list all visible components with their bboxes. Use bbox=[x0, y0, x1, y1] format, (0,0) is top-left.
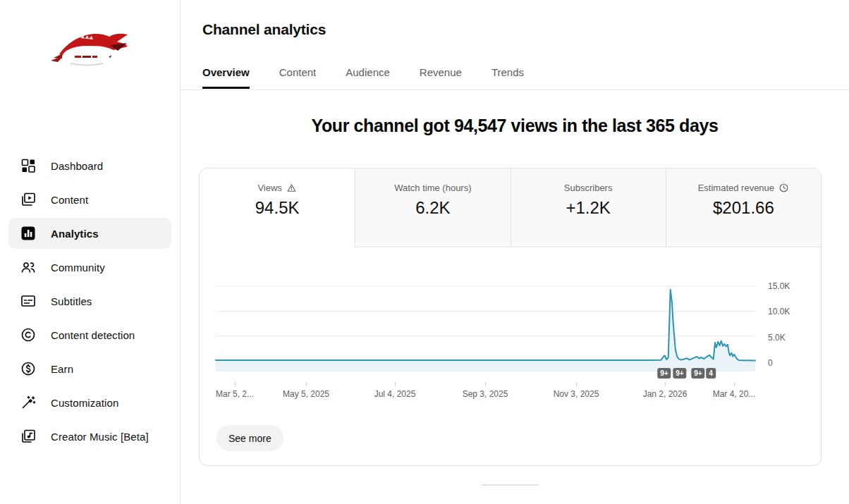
sidebar-item-community[interactable]: Community bbox=[0, 250, 181, 284]
x-tick bbox=[665, 382, 666, 386]
video-marker-badge[interactable]: 4 bbox=[706, 368, 716, 379]
x-tick bbox=[485, 382, 486, 386]
youtube-studio-analytics-page: Dashboard Content Analytics bbox=[0, 0, 849, 504]
dollar-icon bbox=[20, 360, 37, 377]
sidebar-item-subtitles[interactable]: Subtitles bbox=[0, 284, 181, 318]
subtitles-icon bbox=[20, 293, 37, 309]
header-divider bbox=[181, 90, 849, 90]
tab-trends[interactable]: Trends bbox=[491, 66, 524, 89]
x-tick-label: Mar 5, 2... bbox=[216, 389, 254, 399]
y-tick-label: 15.0K bbox=[768, 281, 790, 291]
sidebar-item-label: Dashboard bbox=[51, 160, 103, 172]
x-tick-label: Jan 2, 2026 bbox=[643, 389, 688, 399]
video-marker-badge[interactable]: 9+ bbox=[657, 368, 671, 379]
x-tick bbox=[235, 382, 236, 386]
sidebar-item-customization[interactable]: Customization bbox=[0, 386, 181, 419]
music-note-icon bbox=[20, 428, 37, 445]
next-section-divider bbox=[481, 484, 539, 486]
tab-revenue[interactable]: Revenue bbox=[420, 66, 462, 89]
sidebar-item-label: Content detection bbox=[51, 329, 135, 341]
channel-logo[interactable] bbox=[49, 28, 131, 72]
sidebar: Dashboard Content Analytics bbox=[0, 0, 181, 504]
sidebar-item-dashboard[interactable]: Dashboard bbox=[0, 149, 181, 183]
metric-tab-watch-time[interactable]: Watch time (hours) 6.2K bbox=[355, 168, 510, 247]
sidebar-item-label: Content bbox=[51, 194, 88, 206]
metric-tab-views[interactable]: Views 94.5K bbox=[200, 168, 355, 247]
sidebar-item-label: Customization bbox=[51, 397, 118, 409]
x-tick-label: Jul 4, 2025 bbox=[374, 389, 416, 399]
content-icon bbox=[20, 191, 37, 208]
metric-tab-subscribers[interactable]: Subscribers +1.2K bbox=[511, 168, 666, 247]
tab-overview[interactable]: Overview bbox=[202, 66, 250, 89]
sidebar-item-creator-music[interactable]: Creator Music [Beta] bbox=[0, 419, 181, 453]
clock-icon bbox=[778, 183, 789, 193]
page-title: Channel analytics bbox=[202, 21, 326, 38]
warning-icon bbox=[286, 183, 297, 193]
x-tick bbox=[576, 382, 577, 386]
views-line-chart[interactable] bbox=[216, 276, 755, 371]
sidebar-nav: Dashboard Content Analytics bbox=[0, 149, 181, 453]
x-tick bbox=[395, 382, 396, 386]
copyright-icon bbox=[20, 326, 37, 343]
x-tick-label: May 5, 2025 bbox=[283, 389, 329, 399]
see-more-button[interactable]: See more bbox=[216, 425, 283, 451]
sidebar-item-label: Community bbox=[51, 262, 105, 273]
magic-wand-icon bbox=[20, 394, 37, 411]
tab-content[interactable]: Content bbox=[279, 66, 317, 89]
analytics-icon bbox=[20, 225, 37, 242]
y-tick-label: 5.0K bbox=[768, 333, 786, 343]
video-marker-badge[interactable]: 9+ bbox=[691, 368, 704, 379]
community-icon bbox=[20, 259, 37, 276]
metric-value: +1.2K bbox=[566, 198, 610, 218]
channel-logo-image bbox=[49, 28, 131, 72]
metric-label: Subscribers bbox=[564, 183, 613, 193]
views-summary-headline: Your channel got 94,547 views in the las… bbox=[181, 116, 849, 136]
analytics-tabs: Overview Content Audience Revenue Trends bbox=[202, 66, 524, 89]
y-tick-label: 10.0K bbox=[768, 307, 790, 316]
video-publish-markers: 9+ 9+ 9+ 4 bbox=[216, 368, 755, 382]
analytics-summary-card: Views 94.5K Watch time (hours) 6.2K Subs… bbox=[199, 168, 821, 466]
sidebar-item-content[interactable]: Content bbox=[0, 183, 181, 216]
x-tick bbox=[734, 382, 735, 386]
metric-tab-estimated-revenue[interactable]: Estimated revenue $201.66 bbox=[666, 168, 821, 247]
metric-value: $201.66 bbox=[713, 198, 774, 218]
x-tick-label: Sep 3, 2025 bbox=[463, 389, 508, 399]
x-tick-label: Nov 3, 2025 bbox=[554, 389, 599, 399]
metric-label: Views bbox=[257, 183, 281, 193]
sidebar-item-label: Earn bbox=[51, 363, 73, 375]
dashboard-icon bbox=[20, 157, 37, 174]
video-marker-badge[interactable]: 9+ bbox=[673, 368, 686, 379]
metric-value: 94.5K bbox=[255, 198, 300, 218]
y-tick-label: 0 bbox=[768, 358, 773, 368]
x-tick-label: Mar 4, 20... bbox=[713, 389, 756, 399]
tab-audience[interactable]: Audience bbox=[346, 66, 390, 89]
sidebar-item-earn[interactable]: Earn bbox=[0, 352, 181, 386]
sidebar-item-label: Analytics bbox=[51, 228, 99, 240]
x-axis: Mar 5, 2... May 5, 2025 Jul 4, 2025 Sep … bbox=[216, 382, 755, 402]
sidebar-item-content-detection[interactable]: Content detection bbox=[0, 318, 181, 352]
x-tick bbox=[306, 382, 307, 386]
metric-value: 6.2K bbox=[415, 198, 450, 218]
metric-tabs-row: Views 94.5K Watch time (hours) 6.2K Subs… bbox=[200, 168, 821, 247]
sidebar-item-analytics[interactable]: Analytics bbox=[0, 216, 181, 250]
metric-label: Watch time (hours) bbox=[394, 183, 471, 193]
sidebar-item-label: Creator Music [Beta] bbox=[51, 431, 149, 443]
metric-label: Estimated revenue bbox=[698, 183, 774, 193]
sidebar-item-label: Subtitles bbox=[51, 295, 92, 307]
